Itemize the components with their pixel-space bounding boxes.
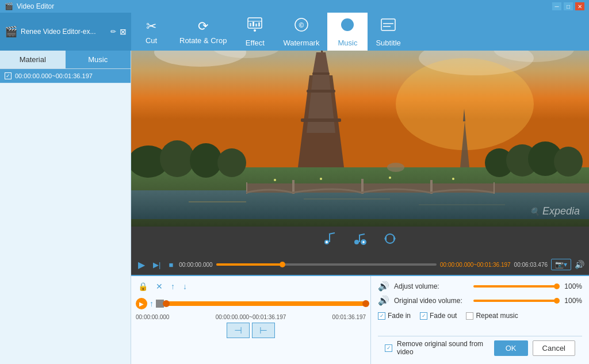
- cut-label: Cut: [146, 36, 157, 45]
- effect-tab[interactable]: Effect: [235, 13, 275, 51]
- adjust-volume-slider[interactable]: [473, 285, 557, 288]
- move-down-button[interactable]: ↓: [181, 281, 189, 292]
- volume-button[interactable]: 🔊: [575, 260, 584, 269]
- tab-music[interactable]: Music: [66, 51, 131, 68]
- minimize-button[interactable]: ─: [552, 2, 561, 10]
- svg-rect-54: [329, 234, 330, 242]
- remove-sound-checkbox[interactable]: ✓: [385, 344, 392, 352]
- close-project-button[interactable]: ⊠: [120, 27, 127, 36]
- play-to-end-button[interactable]: ▶|: [151, 259, 163, 270]
- track-slider-bg: [166, 301, 366, 306]
- cut-icon: ✂: [146, 19, 156, 34]
- rotate-label: Rotate & Crop: [179, 36, 227, 45]
- clip-checkbox[interactable]: ✓: [5, 72, 12, 79]
- trim-buttons: ⊣ ⊢: [131, 321, 370, 339]
- settings-panel: 🔊 Adjust volume: 100% 🔊 Original video v…: [370, 276, 589, 364]
- watermark-tab[interactable]: © Watermark: [275, 13, 327, 51]
- track-import-button[interactable]: ↑: [150, 299, 154, 308]
- close-button[interactable]: ✕: [575, 2, 584, 10]
- repeat-music-checkbox[interactable]: [466, 312, 473, 320]
- title-bar: 🎬 Video Editor ─ □ ✕: [0, 0, 589, 13]
- svg-rect-5: [255, 24, 257, 26]
- move-up-button[interactable]: ↑: [169, 281, 177, 292]
- screenshot-button[interactable]: 📷▾: [551, 259, 571, 270]
- sidebar: Material Music ✓ 00:00:00.000~00:01:36.1…: [0, 51, 131, 364]
- track-left-handle[interactable]: [163, 300, 170, 307]
- maximize-button[interactable]: □: [564, 2, 573, 10]
- adjust-volume-handle[interactable]: [554, 283, 560, 289]
- track-area: 🔒 ✕ ↑ ↓ ▶ ↑: [131, 276, 370, 364]
- svg-rect-59: [359, 235, 360, 242]
- app-title: Renee Video Editor-ex...: [21, 28, 107, 36]
- clip-tools: [131, 227, 589, 254]
- svg-rect-3: [250, 23, 251, 26]
- svg-point-35: [554, 147, 583, 177]
- stop-button[interactable]: ■: [166, 259, 175, 270]
- original-volume-icon: 🔊: [378, 295, 389, 306]
- svg-point-29: [160, 140, 194, 177]
- svg-line-55: [329, 233, 335, 234]
- music-icon: ♪: [339, 17, 355, 36]
- lock-button[interactable]: 🔒: [136, 281, 150, 292]
- svg-point-2: [254, 29, 256, 32]
- fade-out-label[interactable]: ✓ Fade out: [420, 312, 457, 320]
- subtitle-label: Subtitle: [376, 39, 400, 47]
- cut-tab[interactable]: ✂ Cut: [131, 13, 171, 51]
- loop-button[interactable]: [382, 231, 398, 250]
- svg-rect-6: [258, 22, 260, 26]
- remove-sound-label[interactable]: ✓ Remove original sound from video: [385, 340, 489, 356]
- track-start: 00:00:00.000: [136, 314, 169, 320]
- svg-rect-27: [494, 182, 495, 194]
- fade-in-checkbox[interactable]: ✓: [378, 312, 385, 320]
- svg-text:♪: ♪: [345, 18, 350, 30]
- timeline-handle[interactable]: [280, 262, 285, 267]
- svg-point-58: [354, 240, 359, 244]
- trim-right-button[interactable]: ⊢: [252, 323, 275, 338]
- original-volume-value: 100%: [561, 297, 582, 305]
- add-music-button[interactable]: [322, 231, 338, 250]
- remove-sound-text: Remove original sound from video: [397, 340, 489, 356]
- add-clip-button[interactable]: [352, 231, 368, 250]
- subtitle-tab[interactable]: Subtitle: [368, 13, 408, 51]
- repeat-music-label[interactable]: Repeat music: [466, 312, 518, 320]
- original-volume-slider[interactable]: [473, 300, 557, 302]
- cancel-button[interactable]: Cancel: [533, 340, 575, 356]
- ok-button[interactable]: OK: [494, 340, 528, 356]
- svg-point-45: [320, 178, 322, 180]
- timeline-progress[interactable]: [216, 263, 437, 266]
- svg-point-44: [274, 179, 276, 181]
- clip-range-time: 00:00:00.000~00:01:36.197: [440, 262, 511, 268]
- fade-in-label[interactable]: ✓ Fade in: [378, 312, 411, 320]
- track-play-button[interactable]: ▶: [136, 298, 147, 309]
- original-volume-handle[interactable]: [554, 298, 560, 304]
- video-preview: 🔍 Expedia: [131, 51, 589, 227]
- adjust-volume-icon: 🔊: [378, 281, 389, 292]
- trim-left-button[interactable]: ⊣: [227, 323, 250, 338]
- svg-point-31: [217, 148, 246, 177]
- sidebar-tabs: Material Music: [0, 51, 131, 69]
- svg-point-47: [452, 178, 454, 180]
- fade-out-checkbox[interactable]: ✓: [420, 312, 427, 320]
- track-row: ▶ ↑: [131, 294, 370, 313]
- original-volume-row: 🔊 Original video volume: 100%: [378, 295, 582, 306]
- track-mid: 00:00:00.000~00:01:36.197: [216, 314, 286, 320]
- svg-rect-21: [131, 190, 589, 219]
- svg-point-46: [389, 177, 391, 179]
- svg-line-60: [359, 234, 365, 235]
- edit-title-button[interactable]: ✏: [110, 28, 116, 36]
- delete-button[interactable]: ✕: [154, 281, 165, 292]
- title-bar-icon: 🎬: [5, 2, 13, 10]
- rotate-crop-tab[interactable]: ⟳ Rotate & Crop: [171, 13, 235, 51]
- tab-material[interactable]: Material: [0, 51, 66, 68]
- adjust-volume-value: 100%: [561, 282, 582, 290]
- sidebar-clip-item[interactable]: ✓ 00:00:00.000~00:01:36.197: [0, 69, 131, 83]
- play-button[interactable]: ▶: [136, 258, 147, 271]
- track-right-handle[interactable]: [362, 300, 369, 307]
- rotate-icon: ⟳: [198, 19, 208, 34]
- track-slider[interactable]: [166, 297, 366, 311]
- music-tab[interactable]: ♪ Music: [327, 13, 368, 51]
- timeline-fill: [216, 263, 282, 266]
- loop-icon: [382, 231, 398, 250]
- original-volume-label: Original video volume:: [394, 297, 469, 305]
- svg-point-30: [190, 143, 222, 178]
